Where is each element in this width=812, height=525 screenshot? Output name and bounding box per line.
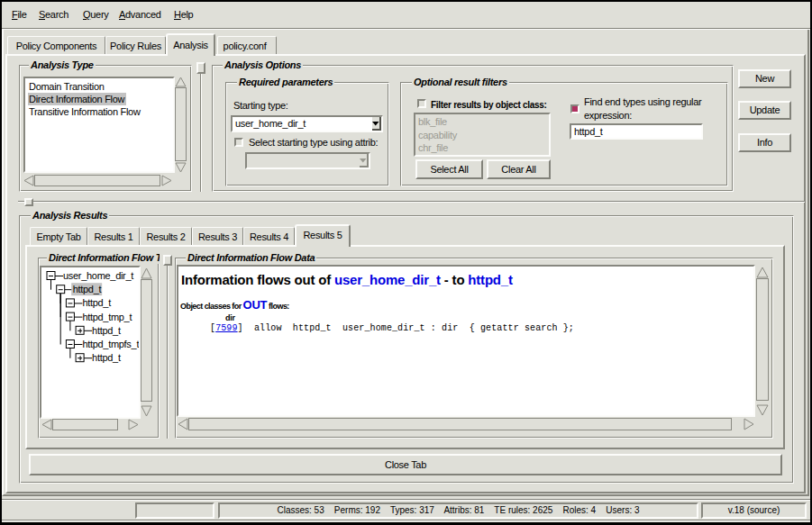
svg-text:user_home_dir_t: user_home_dir_t: [63, 270, 133, 281]
svg-text:httpd_tmp_t: httpd_tmp_t: [82, 312, 132, 322]
svg-text:httpd_t: httpd_t: [92, 352, 121, 363]
svg-text:httpd_tmpfs_t: httpd_tmpfs_t: [82, 339, 139, 349]
svg-text:httpd_t: httpd_t: [82, 297, 111, 308]
svg-text:httpd_t: httpd_t: [92, 325, 121, 336]
svg-text:httpd_t: httpd_t: [73, 284, 102, 294]
